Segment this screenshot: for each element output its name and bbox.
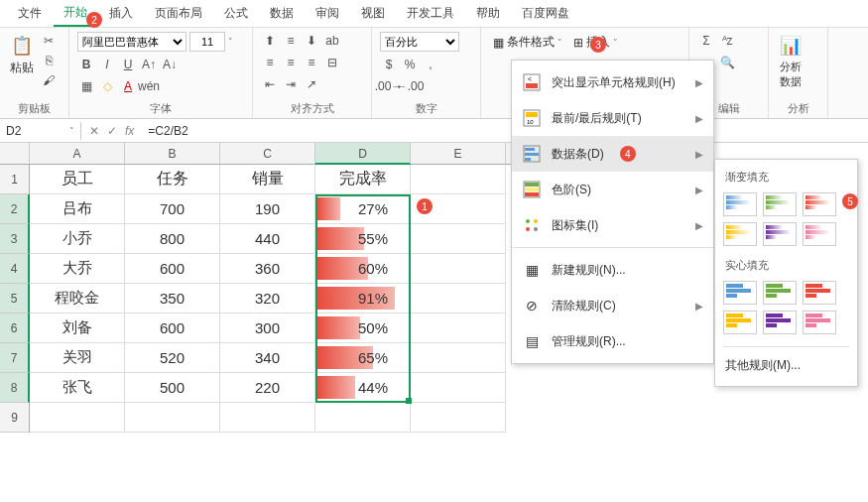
databar-swatch[interactable] <box>803 311 836 334</box>
italic-button[interactable]: I <box>98 56 116 73</box>
font-name-select[interactable]: 阿里巴巴普惠体 <box>77 32 186 52</box>
cell[interactable] <box>125 403 220 433</box>
find-button[interactable]: 🔍 <box>718 54 736 71</box>
row-head-4[interactable]: 4 <box>0 254 30 284</box>
cell[interactable] <box>411 403 506 433</box>
sum-button[interactable]: Σ <box>697 32 715 50</box>
databar-swatch[interactable] <box>723 222 757 246</box>
cut-button[interactable]: ✂ <box>40 32 58 50</box>
cell[interactable]: 91% <box>315 284 411 314</box>
more-rules-button[interactable]: 其他规则(M)... <box>723 351 849 380</box>
conditional-format-button[interactable]: ▦ 条件格式˅ <box>489 32 566 53</box>
cell[interactable]: 27% <box>315 194 411 224</box>
cell[interactable]: 销量 <box>220 165 315 194</box>
font-size-input[interactable] <box>189 32 225 52</box>
cell[interactable]: 任务 <box>125 165 220 194</box>
align-middle-button[interactable]: ≡ <box>282 32 300 50</box>
cell[interactable] <box>411 254 506 284</box>
databar-swatch[interactable] <box>763 311 797 334</box>
wrap-text-button[interactable]: ab <box>323 32 341 50</box>
tab-devtools[interactable]: 开发工具 <box>397 1 464 26</box>
col-head-e[interactable]: E <box>411 143 506 165</box>
row-head-3[interactable]: 3 <box>0 224 30 254</box>
cell[interactable]: 220 <box>220 373 315 403</box>
cell[interactable]: 60% <box>315 254 411 284</box>
format-painter-button[interactable]: 🖌 <box>40 71 58 89</box>
cell[interactable]: 700 <box>125 194 220 224</box>
cf-top-bottom-rules[interactable]: 10 最前/最后规则(T)▶ <box>512 100 713 136</box>
tab-data[interactable]: 数据 <box>260 1 304 26</box>
cell[interactable]: 张飞 <box>30 373 125 403</box>
cf-clear-rules[interactable]: ⊘ 清除规则(C)▶ <box>512 288 713 323</box>
cell[interactable]: 440 <box>220 224 315 254</box>
cf-manage-rules[interactable]: ▤ 管理规则(R)... <box>512 323 713 359</box>
cell[interactable]: 350 <box>125 284 220 314</box>
align-center-button[interactable]: ≡ <box>282 54 300 71</box>
bold-button[interactable]: B <box>77 56 95 73</box>
cell[interactable]: 340 <box>220 343 315 373</box>
cell[interactable] <box>411 314 506 343</box>
cell[interactable] <box>411 343 506 373</box>
row-head-2[interactable]: 2 <box>0 194 30 224</box>
cancel-formula-icon[interactable]: ✕ <box>89 124 99 138</box>
align-bottom-button[interactable]: ⬇ <box>303 32 320 50</box>
databar-swatch[interactable] <box>803 222 836 246</box>
tab-view[interactable]: 视图 <box>351 1 395 26</box>
cell[interactable]: 关羽 <box>30 343 125 373</box>
cf-new-rule[interactable]: ▦ 新建规则(N)... <box>512 252 713 288</box>
cell[interactable]: 小乔 <box>30 224 125 254</box>
tab-baidupan[interactable]: 百度网盘 <box>512 1 579 26</box>
tab-help[interactable]: 帮助 <box>466 1 510 26</box>
tab-formulas[interactable]: 公式 <box>214 1 258 26</box>
cell[interactable]: 完成率 <box>315 165 411 194</box>
cell[interactable] <box>411 373 506 403</box>
cell[interactable]: 55% <box>315 224 411 254</box>
currency-button[interactable]: $ <box>380 56 398 73</box>
cell[interactable] <box>315 403 411 433</box>
cell[interactable] <box>30 403 125 433</box>
databar-swatch[interactable] <box>763 192 797 216</box>
databar-swatch[interactable] <box>763 281 797 305</box>
align-right-button[interactable]: ≡ <box>303 54 320 71</box>
databar-swatch[interactable] <box>803 192 836 216</box>
databar-swatch[interactable] <box>803 281 836 305</box>
col-head-b[interactable]: B <box>125 143 220 165</box>
cell[interactable]: 190 <box>220 194 315 224</box>
cell[interactable]: 600 <box>125 314 220 343</box>
align-top-button[interactable]: ⬆ <box>261 32 279 50</box>
databar-swatch[interactable] <box>723 192 757 216</box>
cell[interactable]: 吕布 <box>30 194 125 224</box>
cell[interactable] <box>411 224 506 254</box>
cf-color-scales[interactable]: 色阶(S)▶ <box>512 172 713 207</box>
row-head-8[interactable]: 8 <box>0 373 30 403</box>
cell[interactable]: 大乔 <box>30 254 125 284</box>
cell[interactable]: 500 <box>125 373 220 403</box>
cell[interactable]: 300 <box>220 314 315 343</box>
cell[interactable]: 65% <box>315 343 411 373</box>
align-left-button[interactable]: ≡ <box>261 54 279 71</box>
border-button[interactable]: ▦ <box>77 77 95 95</box>
cell[interactable]: 程咬金 <box>30 284 125 314</box>
decrease-decimal-button[interactable]: ←.00 <box>401 77 419 95</box>
cell[interactable]: 800 <box>125 224 220 254</box>
shrink-font-button[interactable]: A↓ <box>161 56 179 73</box>
accept-formula-icon[interactable]: ✓ <box>107 124 117 138</box>
percent-button[interactable]: % <box>401 56 419 73</box>
cell[interactable]: 员工 <box>30 165 125 194</box>
paste-button[interactable]: 📋 粘贴 <box>8 32 36 78</box>
tab-pagelayout[interactable]: 页面布局 <box>145 1 212 26</box>
fx-icon[interactable]: fx <box>125 124 134 138</box>
name-box[interactable]: D2˅ <box>0 122 81 140</box>
row-head-6[interactable]: 6 <box>0 314 30 343</box>
number-format-select[interactable]: 百分比 <box>380 32 459 52</box>
formula-input[interactable]: =C2/B2 <box>142 122 868 140</box>
cell[interactable]: 360 <box>220 254 315 284</box>
font-color-button[interactable]: A <box>119 77 137 95</box>
cell[interactable]: 520 <box>125 343 220 373</box>
databar-swatch[interactable] <box>723 311 757 334</box>
cell[interactable] <box>411 284 506 314</box>
merge-button[interactable]: ⊟ <box>323 54 341 71</box>
cell[interactable]: 600 <box>125 254 220 284</box>
analyze-data-button[interactable]: 📊 分析 数据 <box>777 32 805 91</box>
col-head-c[interactable]: C <box>220 143 315 165</box>
